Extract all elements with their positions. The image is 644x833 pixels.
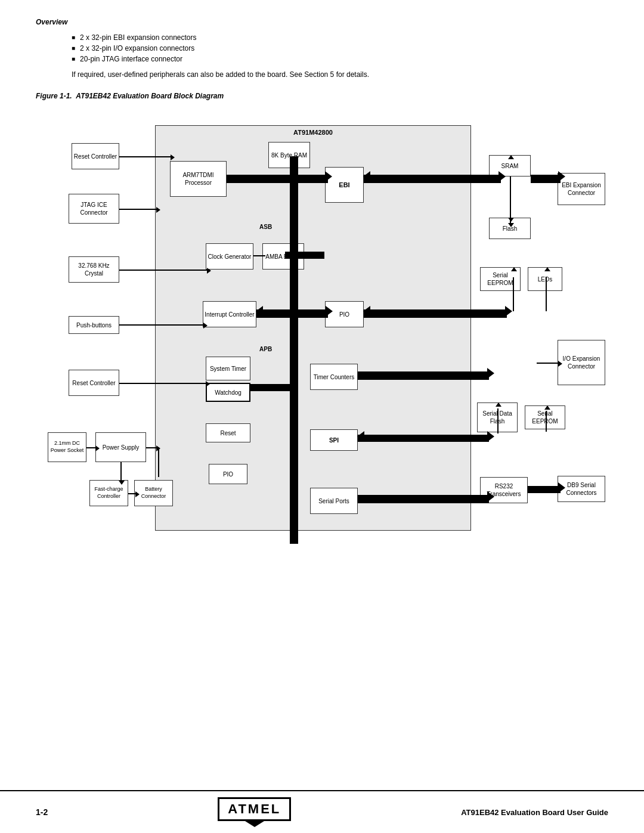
bullet-item-2: 2 x 32-pin I/O expansion connectors xyxy=(72,44,608,52)
arrow-reset2 xyxy=(206,381,210,387)
intro-text: If required, user-defined peripherals ca… xyxy=(72,69,608,80)
arrow-jtag xyxy=(156,207,160,213)
chip-label: AT91M42800 xyxy=(293,129,333,136)
bus-ebi-connector xyxy=(531,175,561,183)
line-io-expand xyxy=(537,363,561,364)
section-title: Overview xyxy=(36,18,608,26)
io-connector-block: I/O Expansion Connector xyxy=(558,340,605,385)
arrow-interrupt-left xyxy=(256,306,263,317)
apb-label: APB xyxy=(259,346,272,352)
bus-ebi-to-right xyxy=(364,175,501,183)
arrow-dc-power xyxy=(95,445,100,451)
dc-socket-block: 2.1mm DC Power Socket xyxy=(48,432,86,462)
watchdog-block: Watchdog xyxy=(206,383,250,402)
arrow-ebi-right xyxy=(499,171,506,182)
line-sdf-v xyxy=(497,408,499,433)
system-timer-block: System Timer xyxy=(206,357,250,380)
line-power-fc xyxy=(120,462,122,483)
arrow-ebi-right-left xyxy=(363,171,370,182)
block-diagram: AT91M42800 Reset Controller JTAG ICE Con… xyxy=(36,107,608,561)
arrow-sdf-up xyxy=(496,402,501,407)
ram-block: 8K Byte RAM xyxy=(268,142,310,168)
bus-arm-to-asb xyxy=(227,175,291,183)
arrow-timer-right xyxy=(487,368,494,379)
footer: 1-2 ATMEL AT91EB42 Evaluation Board User… xyxy=(0,790,644,833)
reset-controller-block: Reset Controller xyxy=(72,143,119,169)
clock-gen-block: Clock Generator xyxy=(206,243,253,270)
arrow-systimer xyxy=(291,380,298,391)
line-eeprom-led-v xyxy=(513,277,514,311)
line-reset2 xyxy=(119,383,208,384)
bus-amba xyxy=(285,252,324,259)
arrow-pio-left xyxy=(363,306,370,317)
arrow-flash xyxy=(508,218,514,222)
bus-rs232-db9 xyxy=(528,486,561,493)
footer-page: 1-2 xyxy=(36,807,48,817)
atmel-logo: ATMEL xyxy=(218,797,291,827)
arrow-leds-up xyxy=(544,267,550,271)
arm7tdmi-block: ARM7TDMI Processor xyxy=(170,161,227,197)
asb-bus-vertical xyxy=(290,156,298,544)
figure-title: AT91EB42 Evaluation Board Block Diagram xyxy=(76,92,224,100)
battery-connector-block: Battery Connector xyxy=(134,480,173,506)
bus-pio-right xyxy=(364,309,507,318)
arrow-crystal xyxy=(207,268,211,274)
interrupt-ctrl-block: Interrupt Controller xyxy=(203,301,256,327)
jtag-ice-block: JTAG ICE Connector xyxy=(69,194,119,224)
arrow-interrupt-right xyxy=(326,306,333,317)
line-pushbuttons xyxy=(119,324,205,326)
arrow-to-ebi xyxy=(325,171,332,182)
arrow-sram-up xyxy=(508,155,514,159)
arrow-serial-right xyxy=(487,491,494,502)
reset-controller2-block: Reset Controller xyxy=(69,370,119,396)
arrow-pushbuttons xyxy=(203,323,208,329)
arrow-pio-right xyxy=(505,306,512,317)
bus-asb-to-ebi xyxy=(298,175,328,183)
line-jtag xyxy=(119,209,158,210)
bullet-list: 2 x 32-pin EBI expansion connectors 2 x … xyxy=(72,33,608,63)
arrow-reset-arm xyxy=(171,154,175,160)
arrow-seeprom-up xyxy=(544,405,550,410)
asb-label: ASB xyxy=(259,224,272,230)
bullet-item-3: 20-pin JTAG interface connector xyxy=(72,55,608,63)
arrow-ebi-left xyxy=(290,171,298,182)
line-flash-v xyxy=(510,183,511,219)
serial-ports-block: Serial Ports xyxy=(310,488,358,514)
arrow-eeprom-up xyxy=(511,267,517,271)
arrow-sram-down xyxy=(508,223,514,227)
arrow-power-fc xyxy=(119,481,125,485)
arrow-spi-left xyxy=(357,431,364,442)
figure-caption: Figure 1-1. AT91EB42 Evaluation Board Bl… xyxy=(36,92,608,100)
bus-systimer-h xyxy=(250,384,293,391)
bus-timer-right xyxy=(358,371,489,380)
bus-interrupt-h xyxy=(256,309,328,318)
arrow-ebi-connector xyxy=(558,171,565,182)
arrow-spi-right xyxy=(487,431,494,442)
reset-internal-block: Reset xyxy=(206,423,250,442)
line-leds-v xyxy=(546,277,547,311)
line-seeprom-v xyxy=(546,411,547,432)
bus-serial-right xyxy=(358,495,489,503)
line-power-v xyxy=(158,447,159,477)
bus-spi-right xyxy=(358,435,489,442)
arrow-rs232-db9 xyxy=(558,482,565,493)
push-buttons-block: Push-buttons xyxy=(69,316,119,334)
line-clk-to-amba xyxy=(253,255,265,256)
crystal-block: 32.768 KHz Crystal xyxy=(69,256,119,283)
arrow-io-expand xyxy=(558,361,562,367)
pio-bottom-block: PIO xyxy=(209,464,247,484)
arrow-fc-battery xyxy=(135,491,140,497)
timer-counters-block: Timer Counters xyxy=(310,364,358,390)
footer-title: AT91EB42 Evaluation Board User Guide xyxy=(461,808,608,817)
bullet-item-1: 2 x 32-pin EBI expansion connectors xyxy=(72,33,608,42)
line-reset-arm xyxy=(119,156,173,157)
power-supply-block: Power Supply xyxy=(95,432,146,462)
line-crystal xyxy=(119,270,209,271)
figure-label: Figure 1-1. xyxy=(36,92,72,100)
spi-block: SPI xyxy=(310,429,358,451)
